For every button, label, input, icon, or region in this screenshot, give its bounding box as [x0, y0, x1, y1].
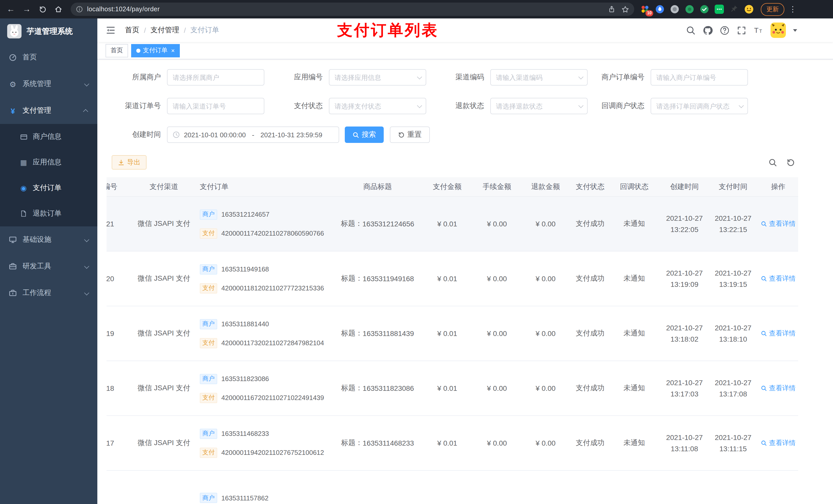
pay-status-select[interactable] [329, 98, 426, 114]
cell-refund: ¥ 0.00 [519, 251, 573, 306]
profile-emoji-icon[interactable] [744, 5, 754, 14]
pin-icon[interactable] [730, 5, 739, 14]
back-button[interactable]: ← [4, 3, 18, 16]
filter-label: 商户订单编号 [588, 73, 644, 82]
table-row: 18 微信 JSAPI 支付 商户 1635311823086 支付 42000… [106, 361, 798, 416]
app-input[interactable] [335, 73, 414, 81]
close-icon[interactable]: × [171, 47, 175, 54]
tab-pay-order[interactable]: 支付订单 × [131, 44, 180, 57]
range-start-value: 2021-10-01 00:00:00 [184, 131, 246, 139]
pay-status-input[interactable] [335, 102, 414, 110]
search-icon[interactable] [686, 25, 696, 35]
create-time-range-picker[interactable]: 2021-10-01 00:00:00 - 2021-10-31 23:59:5… [167, 126, 339, 143]
sidebar-item-app-info[interactable]: ▦ 应用信息 [0, 149, 97, 175]
view-detail-link[interactable]: 查看详情 [761, 219, 795, 229]
sidebar-item-merchant-info[interactable]: 商户信息 [0, 124, 97, 149]
cell-pay-order: 商户 1635311881440 支付 42000011732021102728… [196, 306, 336, 361]
cell-refund: ¥ 0.00 [519, 197, 573, 251]
merchant-order-no-input[interactable] [656, 73, 742, 81]
view-detail-link[interactable]: 查看详情 [761, 329, 795, 338]
sidebar-item-payment[interactable]: ¥ 支付管理 [0, 97, 97, 124]
url-text: localhost:1024/pay/order [87, 6, 160, 13]
cell-notify: 未通知 [608, 306, 661, 361]
title-value: 1635311468233 [363, 439, 414, 447]
chevron-down-icon [417, 74, 422, 79]
pay-tag: 支付 [200, 448, 217, 458]
cell-channel: 微信 JSAPI 支付 [132, 416, 196, 470]
sidebar-item-infra[interactable]: 基础设施 [0, 226, 97, 253]
channel-order-no-input[interactable] [173, 102, 259, 110]
cell-amount: ¥ 0.01 [419, 197, 475, 251]
search-toggle-button[interactable] [768, 158, 777, 167]
sidebar-item-workflow[interactable]: 工作流程 [0, 280, 97, 306]
update-button[interactable]: 更新 [761, 3, 784, 16]
sidebar-item-home[interactable]: 首页 [0, 44, 97, 71]
reset-button[interactable]: 重置 [390, 126, 430, 143]
title-value: 1635311881439 [363, 329, 414, 338]
app-select[interactable] [329, 69, 426, 86]
channel-code-input[interactable] [496, 73, 575, 81]
cell-channel: 微信 JSAPI 支付 [132, 197, 196, 251]
extension-chat-icon[interactable] [715, 5, 724, 14]
cell-status: 支付成功 [573, 361, 608, 415]
gear-icon: ⚙ [8, 80, 18, 88]
app-logo[interactable]: 芋道管理系统 [0, 19, 97, 44]
cell-pay-order: 商户 1635312124657 支付 42000011742021102780… [196, 197, 336, 251]
extension-gray-icon[interactable] [670, 5, 679, 14]
channel-order-no-field[interactable] [167, 98, 264, 114]
avatar[interactable] [770, 23, 786, 38]
cell-pay-order: 商户 1635311949168 支付 42000011812021102777… [196, 251, 336, 306]
filter-label: 应用编号 [264, 73, 323, 82]
sidebar-item-label: 商户信息 [33, 132, 62, 141]
notify-status-input[interactable] [656, 102, 736, 110]
cell-notify: 未通知 [608, 197, 661, 251]
breadcrumb-separator: / [144, 26, 146, 34]
browser-menu-button[interactable]: ⋮ [788, 5, 797, 14]
sidebar-item-pay-order[interactable]: ◉ 支付订单 [0, 175, 97, 201]
view-detail-link[interactable]: 查看详情 [761, 438, 795, 448]
export-button[interactable]: 导出 [112, 155, 146, 170]
extension-grid-icon[interactable]: 10 [640, 5, 649, 14]
home-button[interactable] [52, 3, 65, 16]
merchant-order-no-field[interactable] [651, 69, 748, 86]
help-icon[interactable] [720, 25, 730, 35]
refresh-button[interactable] [786, 158, 795, 167]
extension-check-icon[interactable] [700, 5, 709, 14]
refund-status-select[interactable] [490, 98, 588, 114]
sidebar-item-system[interactable]: ⚙ 系统管理 [0, 71, 97, 97]
reload-button[interactable] [36, 3, 49, 16]
cell-title: 标题：1635311881439 [336, 306, 419, 361]
channel-code-select[interactable] [490, 69, 588, 86]
collapse-sidebar-button[interactable] [105, 25, 116, 35]
github-icon[interactable] [703, 25, 713, 35]
avatar-caret-icon[interactable] [793, 29, 797, 34]
breadcrumb-home[interactable]: 首页 [125, 26, 139, 35]
filter-form: 所属商户 应用编号 渠道编码 [97, 59, 833, 143]
refund-status-input[interactable] [496, 102, 575, 110]
view-detail-link[interactable]: 查看详情 [761, 384, 795, 393]
address-bar[interactable]: localhost:1024/pay/order [71, 3, 634, 16]
main-content: 首页 / 支付管理 / 支付订单 支付订单列表 TT 首页 [97, 19, 833, 504]
share-icon[interactable] [608, 6, 615, 13]
notify-status-select[interactable] [651, 98, 748, 114]
cell-fee: ¥ 0.00 [475, 361, 519, 415]
bookmark-star-icon[interactable] [621, 5, 629, 13]
sidebar-item-devtools[interactable]: 研发工具 [0, 253, 97, 280]
font-size-icon[interactable]: TT [754, 25, 763, 35]
tab-home[interactable]: 首页 [105, 44, 128, 57]
merchant-select[interactable] [167, 69, 264, 86]
search-button[interactable]: 搜索 [345, 126, 384, 143]
view-detail-link[interactable]: 查看详情 [761, 274, 795, 283]
extension-drop-icon[interactable] [655, 5, 664, 14]
breadcrumb-payment[interactable]: 支付管理 [151, 26, 179, 35]
merchant-input[interactable] [173, 73, 259, 81]
svg-text:T: T [754, 26, 759, 34]
extension-green-icon[interactable] [685, 5, 694, 14]
sidebar-item-refund-order[interactable]: 退款订单 [0, 201, 97, 226]
pay-tag: 支付 [200, 228, 217, 238]
cell-id: 17 [106, 416, 132, 470]
column-header: 支付状态 [573, 177, 608, 196]
forward-button[interactable]: → [20, 3, 33, 16]
site-info-icon[interactable] [76, 6, 83, 13]
fullscreen-icon[interactable] [737, 25, 746, 35]
